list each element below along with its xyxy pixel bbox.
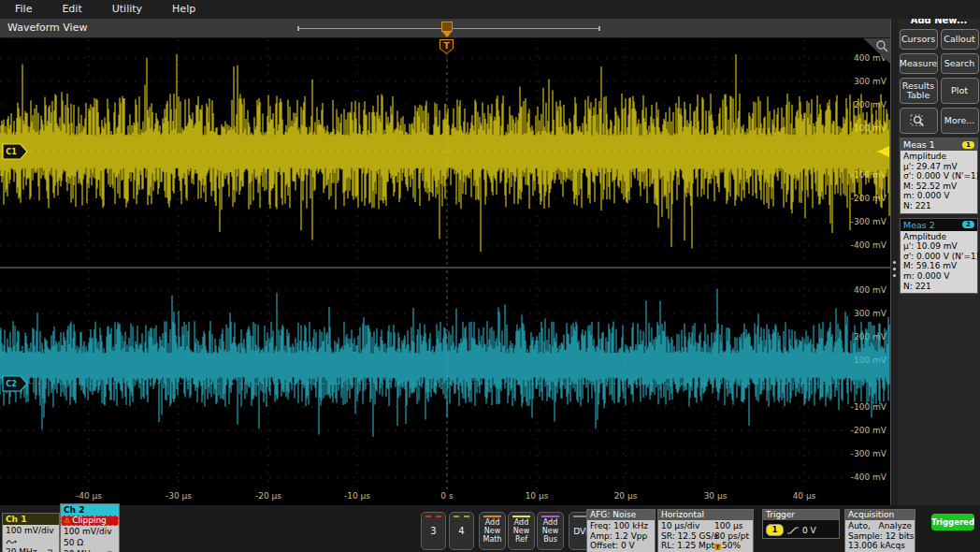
rising-edge-icon [787,526,799,535]
channel1-badge[interactable]: Ch 1 100 mV/div 20 MHz [2,513,60,552]
voltage-axis-label: -400 mV [851,240,887,250]
time-axis-label: 10 µs [526,491,549,501]
menu-edit[interactable]: Edit [47,0,96,19]
clipping-warning: ⚠ Clipping [61,516,119,526]
meas2-header: Meas 2 2 [901,219,977,231]
add-new-bus-button[interactable]: Add New Bus [537,512,564,550]
right-panel: Tek/tronix Add New... Cursors Callout Me… [898,0,980,552]
channel4-button[interactable]: 4 [449,512,474,550]
time-axis-label: -10 µs [344,491,370,501]
time-axis-label: -20 µs [255,491,281,501]
c2-reference-label: C2 [6,380,16,388]
drag-handle-icon [893,257,896,281]
trigger-source-badge: 1 [766,524,784,536]
menu-bar: File Edit Utility Help [0,0,980,19]
afg-panel[interactable]: AFG: Noise Freq: 100 kHz Amp: 1.2 Vpp Of… [586,509,656,552]
meas1-panel[interactable]: Meas 1 1 Amplitude µ': 29.47 mV σ': 0.00… [900,138,978,214]
meas1-header: Meas 1 1 [901,138,977,151]
voltage-axis-label: -400 mV [851,472,887,482]
math-color-stripe [483,516,501,517]
voltage-axis-label: -300 mV [851,449,887,458]
probe-icon [6,538,17,545]
warning-icon: ⚠ [64,517,70,525]
acquisition-panel[interactable]: Acquisition Auto, Analyze Sample: 12 bit… [844,509,915,552]
trigger-position-arrow-icon [442,32,452,37]
callout-button[interactable]: Callout [941,29,979,50]
menu-utility[interactable]: Utility [97,0,157,19]
voltage-axis-label: -100 mV [851,402,887,412]
voltage-axis-label: 300 mV [854,309,887,318]
ch4-color-stripe [454,516,469,519]
meas1-source-badge: 1 [962,141,974,149]
add-new-math-button[interactable]: Add New Math [479,512,506,550]
time-axis-label: -30 µs [166,491,192,501]
trigger-panel[interactable]: Trigger 1 0 V [762,509,840,539]
bandwidth-filter-icon [48,549,56,552]
meas2-results: Amplitude µ': 10.09 mV σ': 0.000 V (N'=1… [901,231,977,294]
menu-file[interactable]: File [0,0,47,19]
oscilloscope-app: 400 mV300 mV200 mV100 mV-100 mV-200 mV-3… [0,0,980,552]
trigger-position-icon: T [714,544,721,550]
waveform-view-title: Waveform View [7,22,87,34]
trigger-position-marker[interactable] [441,22,453,32]
search-button[interactable]: Search [941,53,979,74]
time-axis-label: 0 s [440,491,454,501]
time-axis-label: 40 µs [793,491,816,501]
meas1-results: Amplitude µ': 29.47 mV σ': 0.000 V (N'=1… [901,151,977,213]
time-axis-label: 20 µs [614,491,638,501]
menu-help[interactable]: Help [157,0,210,19]
meas2-panel[interactable]: Meas 2 2 Amplitude µ': 10.09 mV σ': 0.00… [900,218,978,295]
plot-button[interactable]: Plot [941,78,979,104]
channel2-badge[interactable]: Ch 2 ⚠ Clipping 100 mV/div 50 Ω 20 MHz [60,503,120,552]
magnifier-icon [910,113,927,128]
add-new-ref-button[interactable]: Add New Ref [508,512,535,550]
more-button[interactable]: More... [941,108,979,134]
results-table-button[interactable]: Results Table [900,78,938,104]
analyze-link[interactable]: Analyze [879,521,912,531]
voltage-axis-label: 400 mV [854,285,887,295]
measure-button[interactable]: Measure [900,53,938,74]
bus-color-stripe [541,516,559,517]
cursors-button[interactable]: Cursors [900,29,938,50]
zoom-overlay-button[interactable] [900,108,938,134]
time-axis-label: -40 µs [76,491,102,501]
triggered-status-badge: Triggered [931,514,974,530]
voltage-axis-label: 300 mV [854,77,887,86]
c1-reference-label: C1 [6,148,17,156]
ch3-color-stripe [425,516,441,519]
ref-color-stripe [512,516,530,517]
voltage-axis-label: -300 mV [851,217,887,226]
meas2-source-badge: 2 [962,221,974,228]
waveform-display[interactable]: 400 mV300 mV200 mV100 mV-100 mV-200 mV-3… [0,0,894,552]
horizontal-panel[interactable]: Horizontal 10 µs/div100 µs SR: 12.5 GS/s… [657,509,754,552]
voltage-axis-label: -200 mV [851,426,887,435]
time-axis-label: 30 µs [704,491,728,501]
channel3-button[interactable]: 3 [421,512,446,550]
